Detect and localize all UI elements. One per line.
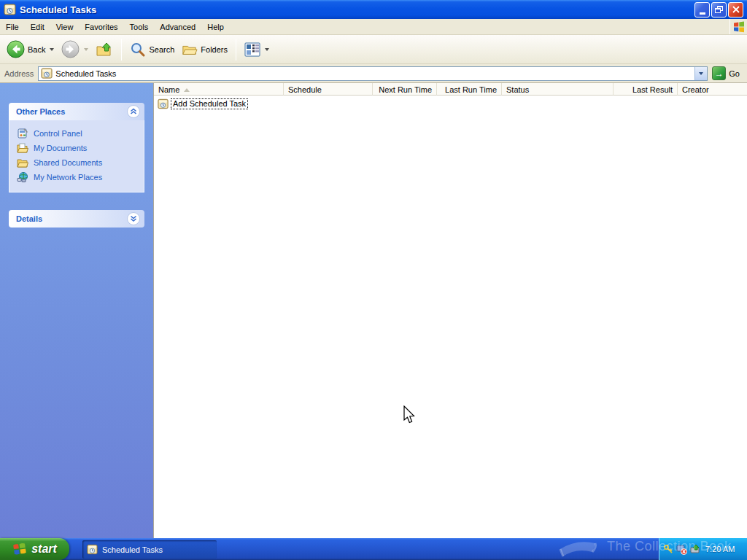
sidebar-item-my-network-places[interactable]: My Network Places (17, 170, 139, 184)
up-button[interactable] (92, 39, 117, 61)
column-header-schedule[interactable]: Schedule (284, 83, 373, 96)
start-label: start (31, 542, 57, 556)
other-places-body: Control Panel My Documents (9, 120, 144, 192)
window-body: Other Places (0, 83, 747, 538)
back-label: Back (28, 45, 45, 54)
system-tray: 7:20 AM (659, 538, 747, 560)
start-windows-flag-icon (12, 542, 27, 556)
column-label: Creator (682, 85, 709, 94)
window-title: Scheduled Tasks (20, 4, 693, 15)
column-label: Last Run Time (445, 85, 497, 94)
titlebar: Scheduled Tasks (0, 0, 747, 19)
column-label: Status (506, 85, 529, 94)
restore-button[interactable] (711, 2, 727, 18)
shared-documents-link[interactable]: Shared Documents (34, 158, 102, 167)
views-button[interactable] (241, 40, 273, 59)
task-list-view: Name Schedule Next Run Time Last Run Tim… (153, 83, 747, 538)
column-label: Last Result (632, 85, 673, 94)
control-panel-icon (17, 128, 28, 139)
close-button[interactable] (728, 2, 743, 18)
alert-error-icon[interactable] (676, 544, 687, 555)
taskbar-task-scheduled-tasks[interactable]: Scheduled Tasks (82, 540, 217, 559)
list-item-label[interactable]: Add Scheduled Task (171, 98, 248, 109)
column-header-name[interactable]: Name (154, 83, 284, 96)
column-label: Next Run Time (379, 85, 432, 94)
details-header[interactable]: Details (9, 210, 144, 228)
scheduled-tasks-icon (4, 4, 16, 15)
views-dropdown-icon[interactable] (265, 48, 269, 51)
windows-logo-icon (729, 19, 747, 34)
column-header-last-run-time[interactable]: Last Run Time (437, 83, 502, 96)
folders-icon (182, 42, 198, 58)
sort-ascending-icon (184, 88, 190, 92)
search-icon (130, 42, 146, 58)
screen: Scheduled Tasks File Edit View Favorites… (0, 0, 747, 560)
menu-help[interactable]: Help (201, 20, 230, 34)
minimize-button[interactable] (694, 2, 710, 18)
control-panel-link[interactable]: Control Panel (34, 129, 82, 138)
folders-label: Folders (201, 45, 228, 54)
start-button[interactable]: start (0, 538, 69, 560)
toolbar-separator (236, 39, 236, 61)
column-label: Schedule (288, 85, 322, 94)
my-network-places-link[interactable]: My Network Places (34, 173, 102, 182)
collapse-button[interactable] (127, 105, 140, 118)
close-icon (732, 6, 740, 13)
other-places-header[interactable]: Other Places (9, 103, 144, 120)
up-folder-icon (96, 41, 113, 58)
column-header-last-result[interactable]: Last Result (614, 83, 678, 96)
other-places-panel: Other Places (9, 103, 144, 192)
column-header-status[interactable]: Status (502, 83, 614, 96)
go-button[interactable]: → Go (712, 66, 744, 80)
addressbar: Address Scheduled Tasks → Go (0, 64, 747, 83)
menu-edit[interactable]: Edit (25, 20, 50, 34)
list-item-add-scheduled-task[interactable]: Add Scheduled Task (154, 97, 747, 110)
task-pane: Other Places (0, 83, 153, 538)
address-scheduled-tasks-icon (41, 68, 53, 79)
back-icon (7, 40, 25, 58)
menu-file[interactable]: File (0, 20, 25, 34)
list-header: Name Schedule Next Run Time Last Run Tim… (154, 83, 747, 96)
chevron-up-icon (130, 108, 137, 115)
forward-dropdown-icon (84, 48, 88, 51)
column-header-next-run-time[interactable]: Next Run Time (373, 83, 437, 96)
clock: 7:20 AM (705, 545, 735, 553)
search-button[interactable]: Search (126, 39, 178, 60)
address-input[interactable]: Scheduled Tasks (38, 66, 708, 81)
keys-icon[interactable] (663, 544, 674, 555)
search-label: Search (149, 45, 174, 54)
chevron-down-icon (130, 215, 137, 222)
address-value: Scheduled Tasks (55, 69, 116, 78)
network-places-icon (17, 171, 28, 183)
sidebar-item-my-documents[interactable]: My Documents (17, 141, 139, 155)
back-dropdown-icon[interactable] (50, 48, 54, 51)
my-documents-icon (17, 142, 28, 154)
folders-button[interactable]: Folders (178, 39, 231, 60)
device-icon[interactable] (689, 544, 700, 555)
details-title: Details (16, 214, 42, 223)
other-places-title: Other Places (16, 107, 65, 116)
task-button-label: Scheduled Tasks (102, 545, 163, 554)
minimize-icon (700, 12, 705, 15)
toolbar: Back (0, 35, 747, 64)
menu-view[interactable]: View (50, 20, 80, 34)
details-panel: Details (9, 210, 144, 228)
address-dropdown-button[interactable] (694, 67, 707, 80)
sidebar-item-shared-documents[interactable]: Shared Documents (17, 155, 139, 170)
shared-documents-icon (17, 157, 28, 168)
forward-icon (61, 40, 80, 58)
taskbar: start Scheduled Tasks (0, 538, 747, 560)
column-header-creator[interactable]: Creator (678, 83, 747, 96)
expand-button[interactable] (127, 212, 140, 225)
menu-favorites[interactable]: Favorites (79, 20, 123, 34)
go-label: Go (729, 69, 740, 78)
menu-advanced[interactable]: Advanced (154, 20, 201, 34)
go-arrow-icon: → (712, 66, 726, 80)
menu-tools[interactable]: Tools (124, 20, 155, 34)
back-button[interactable]: Back (3, 38, 58, 61)
sidebar-item-control-panel[interactable]: Control Panel (17, 126, 139, 141)
my-documents-link[interactable]: My Documents (34, 144, 87, 152)
task-scheduled-tasks-icon (87, 544, 98, 555)
forward-button[interactable] (58, 38, 92, 61)
toolbar-separator (121, 39, 122, 61)
